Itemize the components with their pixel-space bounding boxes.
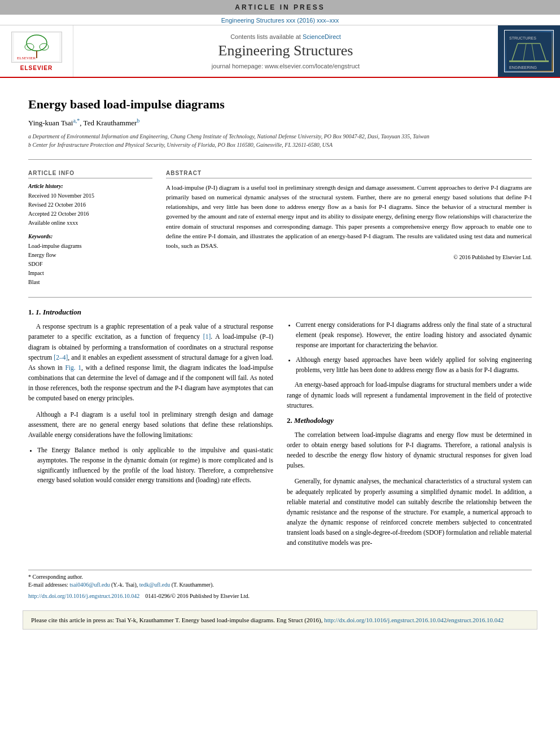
keyword-5: Blast <box>28 278 152 287</box>
footer-doi-link[interactable]: http://dx.doi.org/10.1016/j.engstruct.20… <box>28 593 139 599</box>
section2-heading: 2. Methodology <box>287 416 532 425</box>
section1-col2-para1: An energy-based approach for load-impuls… <box>287 379 532 410</box>
sciencedirect-label: Contents lists available at <box>230 33 301 40</box>
banner-text: ARTICLE IN PRESS <box>235 3 325 11</box>
copyright-line: © 2016 Published by Elsevier Ltd. <box>166 254 532 260</box>
section1-title: 1. Introduction <box>36 308 81 316</box>
keyword-3: SDOF <box>28 260 152 269</box>
journal-homepage: journal homepage: www.elsevier.com/locat… <box>212 63 360 69</box>
citation-doi-link[interactable]: http://dx.doi.org/10.1016/j.engstruct.20… <box>324 617 447 623</box>
corresponding-note: * Corresponding author. <box>28 574 532 580</box>
journal-center: Contents lists available at ScienceDirec… <box>73 25 498 77</box>
main-content: Energy based load-impulse diagrams Ying-… <box>0 78 560 565</box>
sciencedirect-link[interactable]: ScienceDirect <box>303 33 341 40</box>
journal-doi-link[interactable]: Engineering Structures xxx (2016) xxx–xx… <box>221 17 339 24</box>
fig-1-ref: Fig. 1 <box>65 364 81 371</box>
affiliation-a: a Department of Environmental Informatio… <box>28 132 532 141</box>
svg-text:STRUCTURES: STRUCTURES <box>509 36 536 40</box>
abstract-text: A load-impulse (P-I) diagram is a useful… <box>166 183 532 250</box>
article-title: Energy based load-impulse diagrams <box>28 97 532 112</box>
section1-para2: Although a P-I diagram is a useful tool … <box>28 409 273 440</box>
svg-rect-7 <box>509 60 549 62</box>
keyword-1: Load-impulse diagrams <box>28 242 152 251</box>
keyword-2: Energy flow <box>28 251 152 260</box>
section1-num: 1. <box>28 308 36 316</box>
section2-para2: Generally, for dynamic analyses, the mec… <box>287 476 532 548</box>
bullet-item-2: Current energy considerations for P-I di… <box>296 320 532 350</box>
citation-bar: Please cite this article in press as: Ts… <box>23 610 537 630</box>
elsevier-label: ELSEVIER <box>20 65 53 71</box>
bullet-list-left: The Energy Balance method is only applic… <box>37 445 273 486</box>
available-date: Available online xxxx <box>28 219 152 228</box>
bullet-item-3: Although energy based approaches have be… <box>296 355 532 375</box>
journal-badge-area: ENGINEERING STRUCTURES <box>498 25 560 77</box>
author1-name: Ying-kuan Tsai <box>28 119 73 127</box>
article-in-press-banner: ARTICLE IN PRESS <box>0 0 560 15</box>
affiliation-b: b Center for Infrastructure Protection a… <box>28 141 532 149</box>
footer-issn: 0141-0296/© 2016 Published by Elsevier L… <box>145 593 250 599</box>
bullet-item-1: The Energy Balance method is only applic… <box>37 445 273 486</box>
email2-name: (T. Krauthammer). <box>172 582 214 588</box>
elsevier-logo-area: ELSEVIER ELSEVIER <box>0 25 73 77</box>
elsevier-logo: ELSEVIER <box>11 32 62 63</box>
authors-line: Ying-kuan Tsaia,*, Ted Krauthammerb <box>28 117 532 128</box>
page-wrapper: ARTICLE IN PRESS Engineering Structures … <box>0 0 560 747</box>
body-col-right: Current energy considerations for P-I di… <box>287 308 532 553</box>
abstract-col: ABSTRACT A load-impulse (P-I) diagram is… <box>166 170 532 287</box>
svg-text:ENGINEERING: ENGINEERING <box>509 65 537 69</box>
keywords-label: Keywords: <box>28 233 152 239</box>
article-info-label: ARTICLE INFO <box>28 170 152 178</box>
section1-para1: A response spectrum is a graphic represe… <box>28 321 273 403</box>
bullet-list-right: Current energy considerations for P-I di… <box>296 320 532 375</box>
affiliations: a Department of Environmental Informatio… <box>28 132 532 149</box>
author1-sup: a,* <box>73 117 80 124</box>
footer-doi-row: http://dx.doi.org/10.1016/j.engstruct.20… <box>0 589 560 605</box>
section2-title: Methodology <box>294 416 334 425</box>
citation-text: Please cite this article in press as: Ts… <box>31 617 322 623</box>
accepted-date: Accepted 22 October 2016 <box>28 209 152 219</box>
divider-top <box>28 159 532 160</box>
info-abstract-row: ARTICLE INFO Article history: Received 1… <box>28 170 532 287</box>
abstract-section-label: ABSTRACT <box>166 170 532 178</box>
journal-main-title: Engineering Structures <box>218 42 353 59</box>
ref-2-4: [2–4] <box>54 354 68 361</box>
body-two-col: 1. 1. Introduction A response spectrum i… <box>28 308 532 553</box>
journal-url-bar: Engineering Structures xxx (2016) xxx–xx… <box>0 15 560 25</box>
email-line: E-mail addresses: tsai0406@ufl.edu (Y.-k… <box>28 582 532 588</box>
author2-name: Ted Krauthammer <box>84 119 137 127</box>
sciencedirect-line: Contents lists available at ScienceDirec… <box>230 33 341 40</box>
email1-name: (Y.-k. Tsai), <box>111 582 138 588</box>
email-label: E-mail addresses: <box>28 582 68 588</box>
section1-heading: 1. 1. Introduction <box>28 308 273 317</box>
article-info-col: ARTICLE INFO Article history: Received 1… <box>28 170 152 287</box>
citation-doi-link2[interactable]: engstruct.2016.10.042 <box>448 617 504 623</box>
journal-header: Engineering Structures xxx (2016) xxx–xx… <box>0 15 560 78</box>
svg-text:ELSEVIER: ELSEVIER <box>17 56 36 60</box>
received-date: Received 10 November 2015 <box>28 191 152 200</box>
body-col-left: 1. 1. Introduction A response spectrum i… <box>28 308 273 553</box>
journal-title-row: ELSEVIER ELSEVIER Contents lists availab… <box>0 25 560 77</box>
divider-mid <box>28 297 532 298</box>
author2-sup: b <box>137 117 139 124</box>
email1-link[interactable]: tsai0406@ufl.edu <box>69 582 110 588</box>
ref-1: [1] <box>203 333 211 340</box>
email2-link[interactable]: tedk@ufl.edu <box>139 582 170 588</box>
section2-para1: The correlation between load-impulse dia… <box>287 430 532 471</box>
footer-area: * Corresponding author. E-mail addresses… <box>28 570 532 588</box>
section2-num: 2. <box>287 416 294 425</box>
engineering-structures-badge: ENGINEERING STRUCTURES <box>504 30 554 72</box>
article-history-label: Article history: <box>28 183 152 189</box>
keyword-4: Impact <box>28 269 152 278</box>
revised-date: Revised 22 October 2016 <box>28 200 152 209</box>
